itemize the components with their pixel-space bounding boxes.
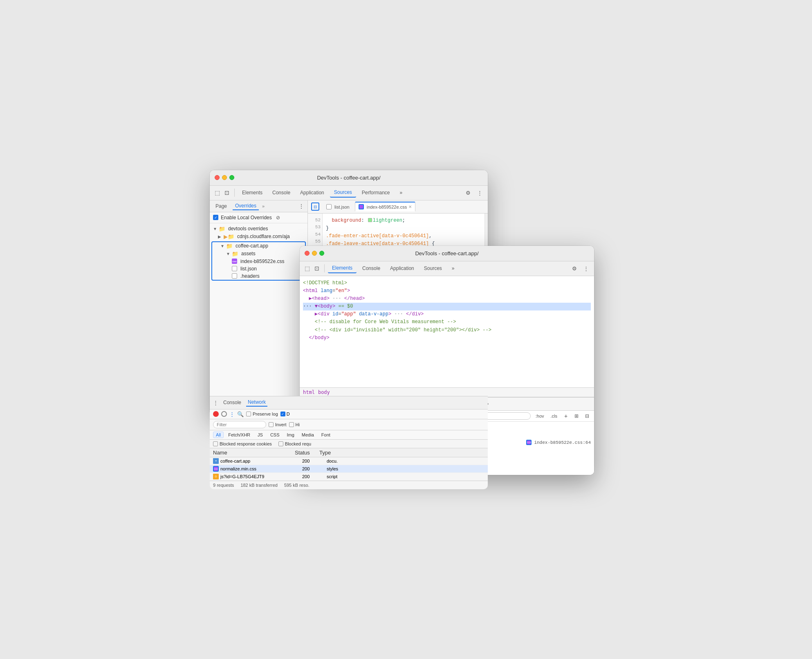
pill-img[interactable]: Img (284, 432, 297, 438)
clear-button[interactable] (221, 411, 227, 417)
tab-more[interactable]: » (396, 188, 407, 197)
blocked-req-label: Blocked requ (285, 441, 311, 446)
tab-close-css[interactable]: ✕ (408, 205, 412, 209)
filter-icon[interactable]: ⋮ (229, 411, 235, 417)
more-options-icon[interactable]: ⋮ (475, 188, 485, 198)
network-row-1[interactable]: css normalize.min.css 200 styles (210, 465, 488, 473)
mobile-icon[interactable]: ⊡ (223, 189, 231, 197)
page-tab[interactable]: Page (213, 202, 229, 210)
tab-sources-front[interactable]: Sources (420, 264, 446, 273)
tree-item-css[interactable]: css index-b859522e.css (212, 258, 305, 265)
tree-arrow-assets: ▼ (226, 252, 230, 256)
hi-checkbox[interactable] (289, 422, 294, 427)
cursor-icon[interactable]: ⬚ (213, 189, 221, 197)
json-icon-tab (326, 204, 332, 209)
filter-bar: Invert Hi (210, 419, 488, 430)
pill-js[interactable]: JS (255, 432, 266, 438)
maximize-button-front[interactable] (319, 251, 324, 256)
cls-button[interactable]: .cls (549, 413, 559, 419)
filter-input[interactable] (213, 421, 266, 428)
source-link-text: index-b859522e.css:64 (534, 440, 591, 445)
tab-more-front[interactable]: » (448, 264, 459, 273)
pill-media[interactable]: Media (299, 432, 317, 438)
window-title-back: DevTools - coffee-cart.app/ (215, 175, 483, 181)
network-tab-btn[interactable]: Network (246, 398, 267, 407)
settings-icon[interactable]: ⚙ (463, 188, 473, 198)
folder-icon-assets: 📁 (232, 251, 238, 257)
inspect-style-icon[interactable]: ⊟ (583, 412, 591, 420)
breadcrumb-bar: html body (300, 387, 594, 397)
enable-overrides-label: Enable Local Overrides (221, 215, 272, 220)
folder-icon-root: 📁 (219, 226, 225, 232)
panel-more-icon[interactable]: » (262, 204, 265, 209)
console-tab-btn[interactable]: Console (222, 399, 243, 406)
tree-item-root[interactable]: ▼ 📁 devtools overrides (210, 225, 307, 233)
record-button[interactable] (213, 411, 219, 417)
pill-font[interactable]: Font (319, 432, 333, 438)
bottom-panel-dots[interactable]: ⋮ (213, 400, 218, 406)
minimize-button-front[interactable] (312, 251, 317, 256)
overrides-tab[interactable]: Overrides (233, 202, 259, 210)
devtools-toolbar-front: ⬚ ⊡ Elements Console Application Sources… (300, 261, 594, 276)
network-row-2[interactable]: ⊙ js?id=G-LB75G4EJT9 200 script (210, 473, 488, 481)
tab-label-json: list.json (334, 205, 350, 209)
tab-list-json[interactable]: list.json (323, 202, 353, 211)
minimize-button-back[interactable] (222, 175, 227, 180)
tree-item-cdnjs[interactable]: ▶ ▶📁 cdnjs.cloudflare.com/aja (210, 233, 307, 241)
tree-item-assets[interactable]: ▼ 📁 assets (212, 250, 305, 258)
cursor-icon-front[interactable]: ⬚ (303, 264, 311, 272)
pill-all[interactable]: All (213, 432, 224, 438)
html-content[interactable]: <!DOCTYPE html> <html lang="en"> ▶<head>… (300, 276, 594, 387)
add-style-icon[interactable]: + (562, 412, 570, 420)
tab-sources[interactable]: Sources (330, 188, 356, 198)
json-file-icon (232, 266, 237, 271)
preserve-log-checkbox[interactable] (246, 412, 251, 416)
tab-elements-front[interactable]: Elements (328, 263, 357, 273)
blocked-cookies-checkbox[interactable] (213, 441, 218, 446)
devtools-toolbar-back: ⬚ ⊡ Elements Console Application Sources… (210, 186, 488, 200)
pill-css[interactable]: CSS (267, 432, 283, 438)
hov-button[interactable]: :hov (534, 413, 546, 419)
sidebar-toggle-icon[interactable]: ⊟ (311, 202, 319, 211)
copy-style-icon[interactable]: ⊞ (573, 412, 580, 420)
breadcrumb-body[interactable]: body (318, 389, 330, 395)
tab-index-css[interactable]: index-b859522e.css ✕ (355, 202, 415, 212)
tree-item-coffee-cart[interactable]: ▼ 📁 coffee-cart.app (212, 242, 305, 250)
blocked-req-checkbox[interactable] (278, 441, 283, 446)
tab-elements[interactable]: Elements (238, 188, 267, 197)
col-header-name: Name (213, 450, 295, 456)
source-link-body[interactable]: css index-b859522e.css:64 (526, 440, 591, 445)
tab-console-front[interactable]: Console (358, 264, 384, 273)
row-status-0: 200 (302, 459, 327, 463)
close-button-back[interactable] (215, 175, 220, 180)
tab-application[interactable]: Application (296, 188, 328, 197)
bottom-panel: ⋮ Console Network ⋮ 🔍 Preserve log ✓ D (210, 396, 488, 489)
file-tree: ▼ 📁 devtools overrides ▶ ▶📁 cdnjs.cloudf… (210, 223, 307, 400)
color-swatch-green (368, 218, 372, 222)
maximize-button-back[interactable] (229, 175, 234, 180)
breadcrumb-html[interactable]: html (303, 389, 315, 395)
enable-overrides-checkbox[interactable]: ✓ (213, 215, 218, 220)
settings-icon-front[interactable]: ⚙ (570, 263, 579, 273)
tree-item-headers[interactable]: .headers (212, 272, 305, 280)
preserve-log-row: Preserve log (246, 412, 278, 416)
row-type-1: styles (327, 466, 485, 471)
tab-application-front[interactable]: Application (386, 264, 418, 273)
tree-item-json[interactable]: list.json (212, 265, 305, 272)
panel-menu-icon[interactable]: ⋮ (298, 203, 304, 209)
traffic-lights-back (215, 175, 234, 180)
close-button-front[interactable] (305, 251, 310, 256)
tab-console[interactable]: Console (268, 188, 294, 197)
search-button[interactable]: 🔍 (237, 411, 244, 417)
mobile-icon-front[interactable]: ⊡ (313, 264, 321, 272)
pill-fetch[interactable]: Fetch/XHR (225, 432, 253, 438)
disable-cache-checkbox[interactable]: ✓ (280, 412, 285, 416)
no-entry-icon[interactable]: ⊘ (276, 215, 280, 220)
more-options-icon-front[interactable]: ⋮ (581, 263, 591, 273)
invert-checkbox[interactable] (269, 422, 274, 427)
network-row-0[interactable]: ≡ coffee-cart.app 200 docu. (210, 457, 488, 465)
row-type-0: docu. (327, 459, 485, 463)
enable-overrides-row: ✓ Enable Local Overrides ⊘ (210, 212, 307, 223)
panel-tabs: Page Overrides » ⋮ (210, 200, 307, 212)
tab-performance[interactable]: Performance (358, 188, 394, 197)
